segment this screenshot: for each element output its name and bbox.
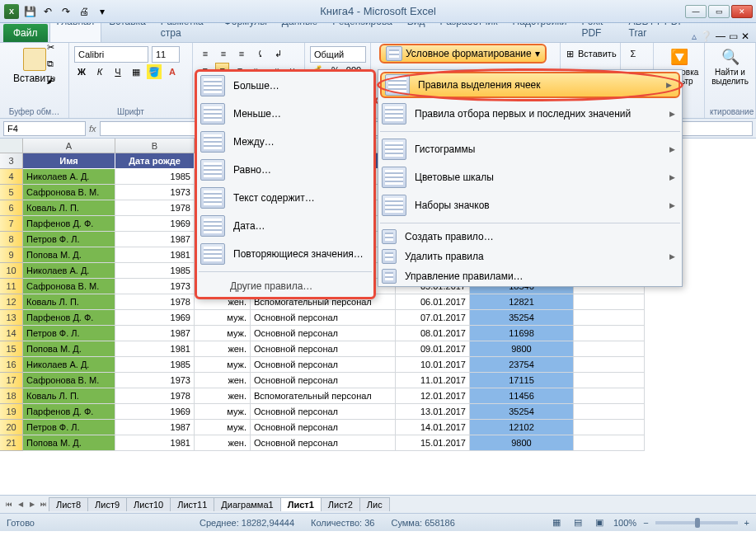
col-header-B[interactable]: B xyxy=(115,139,195,153)
cell[interactable]: Парфенов Д. Ф. xyxy=(23,216,115,232)
sheet-nav-3[interactable]: ⏭ xyxy=(38,498,49,511)
minimize-button[interactable]: — xyxy=(685,5,707,18)
cell[interactable]: 9800 xyxy=(470,341,574,357)
cell[interactable]: Основной персонал xyxy=(251,420,396,435)
rule-item-2[interactable]: Между… xyxy=(197,128,373,156)
row-header-5[interactable]: 5 xyxy=(0,185,23,200)
sheet-tab-Лист2[interactable]: Лист2 xyxy=(321,497,360,511)
sheet-tab-Лист10[interactable]: Лист10 xyxy=(126,497,171,511)
italic-button[interactable]: К xyxy=(92,64,107,79)
autosum-icon[interactable]: Σ xyxy=(626,46,641,61)
cell[interactable]: Основной персонал xyxy=(251,341,396,357)
cell[interactable]: Николаев А. Д. xyxy=(23,357,115,373)
cell[interactable]: 23754 xyxy=(470,357,574,373)
cell[interactable]: 1987 xyxy=(115,420,195,435)
cell[interactable]: Сафронова В. М. xyxy=(23,373,115,388)
wrap-text-icon[interactable]: ↲ xyxy=(270,46,285,61)
cell[interactable]: 1985 xyxy=(115,263,195,279)
cell[interactable]: Коваль Л. П. xyxy=(23,294,115,310)
conditional-formatting-button[interactable]: Условное форматирование ▾ xyxy=(379,44,547,63)
bold-button[interactable]: Ж xyxy=(74,64,89,79)
cell[interactable]: Попова М. Д. xyxy=(23,435,115,451)
mdi-close-icon[interactable]: ✕ xyxy=(741,31,749,42)
cell[interactable]: 1987 xyxy=(115,232,195,247)
cell[interactable] xyxy=(574,326,645,341)
sheet-tab-Лист8[interactable]: Лист8 xyxy=(49,497,88,511)
cell[interactable]: 10.01.2017 xyxy=(396,357,470,373)
cell[interactable]: 07.01.2017 xyxy=(396,310,470,326)
cf-bottom-1[interactable]: Удалить правила▶ xyxy=(378,247,682,266)
cell[interactable]: 1973 xyxy=(115,279,195,294)
redo-icon[interactable]: ↷ xyxy=(58,3,74,20)
cell[interactable]: 13.01.2017 xyxy=(396,404,470,420)
close-button[interactable]: ✕ xyxy=(731,5,753,18)
orientation-icon[interactable]: ⤹ xyxy=(252,46,267,61)
row-header-9[interactable]: 9 xyxy=(0,247,23,263)
cell[interactable]: муж. xyxy=(195,326,251,341)
row-header-20[interactable]: 20 xyxy=(0,420,23,435)
cell[interactable]: 1978 xyxy=(115,388,195,404)
zoom-in-button[interactable]: + xyxy=(744,518,749,528)
cell[interactable] xyxy=(574,435,645,451)
fill-color-button[interactable]: 🪣 xyxy=(147,64,162,79)
cell[interactable]: Основной персонал xyxy=(251,310,396,326)
cell[interactable]: Петров Ф. Л. xyxy=(23,420,115,435)
cell[interactable]: Основной персонал xyxy=(251,357,396,373)
cell[interactable]: 1969 xyxy=(115,216,195,232)
row-header-19[interactable]: 19 xyxy=(0,404,23,420)
cf-bottom-0[interactable]: Создать правило… xyxy=(378,227,682,247)
row-header-13[interactable]: 13 xyxy=(0,310,23,326)
cell[interactable] xyxy=(574,341,645,357)
sheet-tab-Лист1[interactable]: Лист1 xyxy=(280,497,322,511)
cf-item-2[interactable]: Цветовые шкалы▶ xyxy=(378,163,682,191)
row-header-15[interactable]: 15 xyxy=(0,341,23,357)
cell[interactable]: Коваль Л. П. xyxy=(23,388,115,404)
cell[interactable]: 1987 xyxy=(115,326,195,341)
rule-item-1[interactable]: Меньше… xyxy=(197,100,373,128)
sheet-tab-Лист9[interactable]: Лист9 xyxy=(87,497,127,511)
cell[interactable]: 1978 xyxy=(115,200,195,216)
underline-button[interactable]: Ч xyxy=(110,64,125,79)
zoom-out-button[interactable]: − xyxy=(643,518,648,528)
font-name-combo[interactable] xyxy=(74,46,148,63)
cell[interactable]: 11456 xyxy=(470,388,574,404)
zoom-slider[interactable] xyxy=(655,521,738,524)
cell[interactable]: 1985 xyxy=(115,357,195,373)
row-header-14[interactable]: 14 xyxy=(0,326,23,341)
other-rules-item[interactable]: Другие правила… xyxy=(197,275,373,297)
number-format-combo[interactable] xyxy=(310,46,366,63)
sheet-tab-Лис[interactable]: Лис xyxy=(359,497,390,511)
cell[interactable]: 08.01.2017 xyxy=(396,326,470,341)
cell[interactable]: 1969 xyxy=(115,404,195,420)
row-header-16[interactable]: 16 xyxy=(0,357,23,373)
row-header-10[interactable]: 10 xyxy=(0,263,23,279)
cell[interactable]: 1969 xyxy=(115,310,195,326)
cell[interactable]: 11.01.2017 xyxy=(396,373,470,388)
cell[interactable]: 1973 xyxy=(115,185,195,200)
cell[interactable]: 14.01.2017 xyxy=(396,420,470,435)
cell[interactable]: муж. xyxy=(195,420,251,435)
cell[interactable]: 1981 xyxy=(115,435,195,451)
cell[interactable]: муж. xyxy=(195,310,251,326)
cf-item-0[interactable]: Правила отбора первых и последних значен… xyxy=(378,100,682,128)
cell[interactable]: 1981 xyxy=(115,247,195,263)
cell[interactable]: Попова М. Д. xyxy=(23,247,115,263)
align-bot-icon[interactable]: ≡ xyxy=(234,46,249,61)
row-header-8[interactable]: 8 xyxy=(0,232,23,247)
minimize-ribbon-icon[interactable]: ▵ xyxy=(692,31,697,42)
cell[interactable] xyxy=(574,294,645,310)
cell[interactable]: Сафронова В. М. xyxy=(23,279,115,294)
cell[interactable]: Петров Ф. Л. xyxy=(23,232,115,247)
sheet-tab-Лист11[interactable]: Лист11 xyxy=(170,497,214,511)
insert-cells-icon[interactable]: ⊞ xyxy=(566,46,575,61)
cell[interactable] xyxy=(574,388,645,404)
cell[interactable]: 12821 xyxy=(470,294,574,310)
cell[interactable] xyxy=(574,404,645,420)
row-header-11[interactable]: 11 xyxy=(0,279,23,294)
font-color-button[interactable]: A xyxy=(165,64,180,79)
rule-item-5[interactable]: Дата… xyxy=(197,212,373,240)
cell[interactable]: 15.01.2017 xyxy=(396,435,470,451)
row-header-6[interactable]: 6 xyxy=(0,200,23,216)
zoom-level[interactable]: 100% xyxy=(613,518,636,528)
cell[interactable]: жен. xyxy=(195,435,251,451)
